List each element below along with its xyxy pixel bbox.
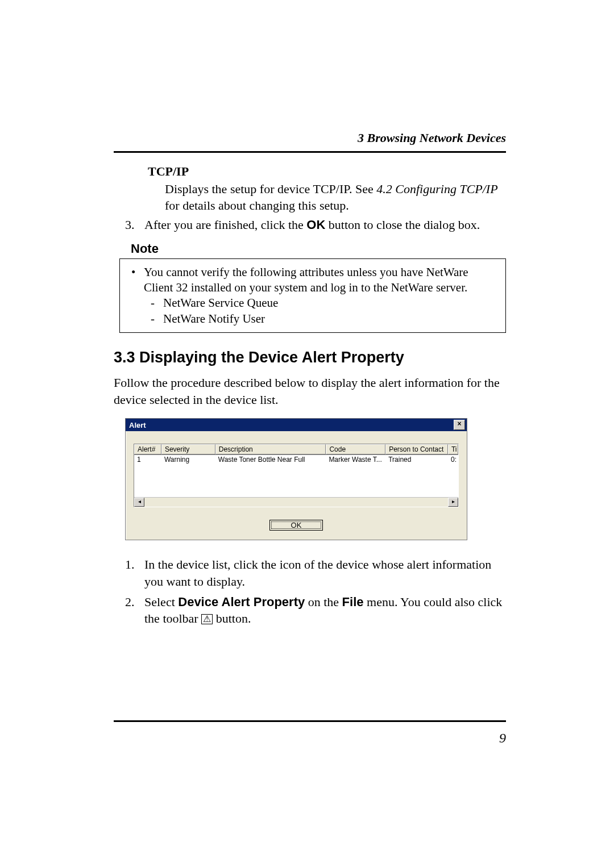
note-dash-2: - NetWare Notify User	[151, 311, 497, 327]
step-number: 2.	[125, 594, 144, 627]
cell-severity: Warning	[161, 455, 215, 464]
col-person[interactable]: Person to Contact	[385, 444, 448, 454]
item3-a: After you are finished, click the	[144, 218, 306, 232]
tcpip-paragraph: Displays the setup for device TCP/IP. Se…	[165, 181, 506, 214]
note-dash-1: - NetWare Service Queue	[151, 295, 497, 311]
col-severity[interactable]: Severity	[161, 444, 215, 454]
cell-ti: 0:	[448, 455, 458, 464]
list-text: After you are finished, click the OK but…	[144, 217, 506, 233]
scroll-right-button[interactable]: ▸	[448, 498, 458, 507]
note-label: Note	[131, 241, 506, 256]
running-head: 3 Browsing Network Devices	[114, 131, 506, 145]
scroll-left-button[interactable]: ◂	[134, 498, 144, 507]
tcpip-text-a: Displays the setup for device TCP/IP. Se…	[165, 182, 376, 196]
dialog-titlebar: Alert ×	[126, 419, 467, 431]
note-dash-2-text: NetWare Notify User	[163, 311, 265, 327]
item3-c: button to close the dialog box.	[325, 218, 480, 232]
menu-item-strong: Device Alert Property	[178, 595, 305, 609]
col-alert[interactable]: Alert#	[134, 444, 161, 454]
step-number: 1.	[125, 556, 144, 590]
step-text: Select Device Alert Property on the File…	[144, 594, 506, 627]
close-button[interactable]: ×	[454, 420, 465, 430]
tcpip-heading: TCP/IP	[148, 164, 506, 179]
s2-c: on the	[305, 595, 342, 609]
footer-rule	[114, 720, 506, 722]
dialog-buttons: OK	[134, 520, 459, 531]
dialog-body: Alert# Severity Description Code Person …	[126, 431, 467, 540]
page-content: 3 Browsing Network Devices TCP/IP Displa…	[114, 131, 506, 631]
header-rule	[114, 151, 506, 153]
step-text: In the device list, click the icon of th…	[144, 556, 506, 590]
tcpip-xref: 4.2 Configuring TCP/IP	[376, 182, 497, 196]
col-description[interactable]: Description	[215, 444, 326, 454]
cell-person: Trained	[385, 455, 448, 464]
dialog-title: Alert	[129, 421, 146, 429]
grid-row[interactable]: 1 Warning Waste Toner Bottle Near Full M…	[134, 455, 458, 464]
cell-alert: 1	[134, 455, 161, 464]
s2-a: Select	[144, 595, 178, 609]
horizontal-scrollbar[interactable]: ◂ ▸	[134, 497, 458, 507]
ok-strong: OK	[306, 218, 325, 232]
step-2: 2. Select Device Alert Property on the F…	[125, 594, 506, 627]
cell-description: Waste Toner Bottle Near Full	[215, 455, 326, 464]
s2-f: button.	[213, 611, 251, 625]
note-dash-1-text: NetWare Service Queue	[163, 295, 278, 311]
note-box: • You cannot verify the following attrib…	[119, 258, 506, 333]
section-heading: 3.3 Displaying the Device Alert Property	[114, 349, 506, 366]
grid-header: Alert# Severity Description Code Person …	[134, 444, 458, 455]
ok-button[interactable]: OK	[269, 520, 323, 531]
dash-mark: -	[151, 295, 163, 311]
step-1: 1. In the device list, click the icon of…	[125, 556, 506, 590]
menu-name-strong: File	[342, 595, 364, 609]
col-code[interactable]: Code	[326, 444, 385, 454]
alert-toolbar-icon: ⚠	[201, 614, 213, 624]
col-ti[interactable]: Ti	[448, 444, 458, 454]
cell-code: Marker Waste T...	[326, 455, 385, 464]
section-intro: Follow the procedure described below to …	[114, 374, 506, 408]
list-item-3: 3. After you are finished, click the OK …	[125, 217, 506, 233]
tcpip-text-c: for details about changing this setup.	[165, 198, 349, 212]
dash-mark: -	[151, 311, 163, 327]
note-bullet: • You cannot verify the following attrib…	[131, 265, 497, 296]
alert-dialog: Alert × Alert# Severity Description Code…	[125, 418, 467, 540]
alert-grid[interactable]: Alert# Severity Description Code Person …	[134, 444, 459, 507]
note-bullet-text: You cannot verify the following attribut…	[144, 265, 497, 296]
list-number: 3.	[125, 217, 144, 233]
procedure-steps: 1. In the device list, click the icon of…	[125, 556, 506, 627]
bullet-dot: •	[131, 265, 144, 296]
page-number: 9	[114, 731, 506, 746]
